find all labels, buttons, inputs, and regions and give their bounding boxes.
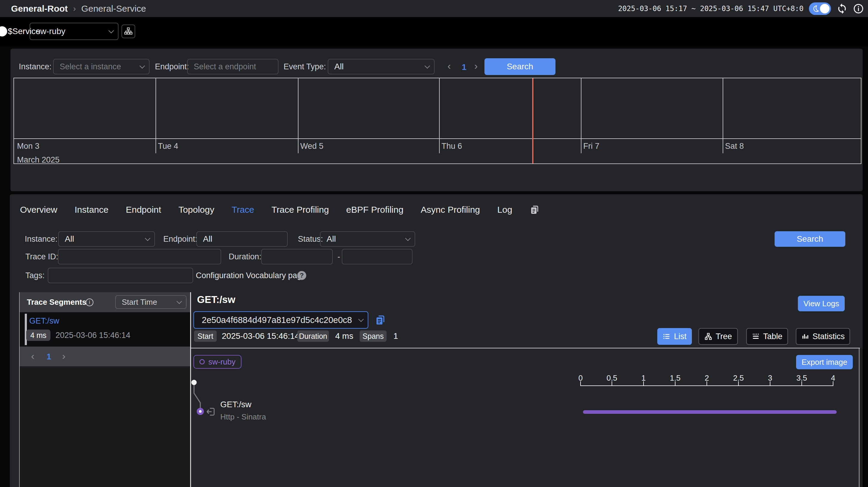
event-next-page-button[interactable]: › (474, 61, 477, 71)
topbar-right: 2025-03-06 15:17 ~ 2025-03-06 15:47 UTC+… (618, 0, 864, 17)
export-image-button[interactable]: Export image (796, 355, 853, 369)
event-timeline-chart[interactable]: Mon 3 Tue 4 Wed 5 Thu 6 Fri 7 Sat 8 Marc… (13, 78, 862, 164)
segments-sort-select[interactable]: Start Time (115, 295, 187, 309)
tab-log[interactable]: Log (497, 205, 512, 215)
span-name[interactable]: GET:/sw (220, 400, 251, 409)
spans-badge: Spans (360, 331, 386, 342)
segments-page-number[interactable]: 1 (46, 352, 51, 362)
timeline-day-label: Thu 6 (441, 142, 462, 151)
axis-tick-label: 0 (571, 373, 590, 383)
event-page-number[interactable]: 1 (462, 62, 467, 72)
span-duration-bar[interactable] (583, 410, 837, 414)
tab-overview[interactable]: Overview (20, 205, 57, 215)
axis-tick-label: 2 (698, 373, 716, 383)
filter-endpoint-input[interactable] (196, 231, 288, 247)
duration-value: 4 ms (335, 331, 353, 342)
copy-pages-icon[interactable] (529, 205, 540, 215)
trace-segment-item[interactable]: GET:/sw 4 ms 2025-03-06 15:46:14 (20, 312, 190, 347)
tab-ebpf-profiling[interactable]: eBPF Profiling (346, 205, 404, 215)
axis-tick-label: 3.5 (793, 373, 811, 383)
tab-instance[interactable]: Instance (74, 205, 108, 215)
timeline-axis-line (14, 138, 861, 139)
breadcrumb: General-Root › General-Service (11, 0, 146, 17)
topology-button[interactable] (122, 25, 135, 38)
breadcrumb-current[interactable]: General-Service (81, 4, 146, 14)
event-prev-page-button[interactable]: ‹ (447, 61, 451, 71)
view-statistics-button[interactable]: Statistics (796, 328, 850, 345)
segment-start-time: 2025-03-06 15:46:14 (56, 331, 130, 340)
timeline-gridline (298, 78, 299, 153)
event-endpoint-input[interactable] (187, 59, 278, 75)
time-range-picker[interactable]: 2025-03-06 15:17 ~ 2025-03-06 15:47 UTC+… (618, 4, 804, 13)
vocabulary-link[interactable]: Configuration Vocabulary page (196, 268, 306, 283)
view-tree-button[interactable]: Tree (699, 328, 738, 345)
segments-info-icon[interactable]: i (86, 298, 93, 306)
timeline-gridline (723, 78, 723, 153)
view-list-button[interactable]: List (657, 328, 692, 345)
trace-segments-header: Trace Segments i Start Time (20, 292, 190, 312)
service-select[interactable]: sw-ruby (30, 23, 119, 40)
breadcrumb-root[interactable]: General-Root (11, 4, 68, 14)
view-list-label: List (674, 332, 686, 341)
view-table-button[interactable]: Table (746, 328, 788, 345)
filter-endpoint-field (196, 231, 288, 247)
tab-trace[interactable]: Trace (231, 205, 254, 215)
filter-duration-min-input[interactable] (261, 249, 333, 264)
filter-trace-id-label: Trace ID: (25, 249, 58, 264)
timeline-gridline (439, 78, 440, 153)
filter-instance-value: All (65, 234, 74, 244)
segments-empty-area (20, 366, 190, 487)
filter-tags-label: Tags: (25, 268, 45, 283)
legend-circle-icon (199, 359, 205, 365)
timeline-day-label: Sat 8 (725, 142, 744, 151)
filter-duration-max-input[interactable] (342, 249, 412, 264)
filter-duration-max-field (342, 249, 412, 264)
filter-duration-min-field (261, 249, 333, 264)
statistics-icon (801, 333, 809, 340)
copy-trace-id-icon[interactable] (375, 314, 386, 326)
timeline-month-label: March 2025 (17, 155, 60, 165)
trace-search-button[interactable]: Search (775, 231, 845, 247)
tab-trace-profiling[interactable]: Trace Profiling (272, 205, 329, 215)
trace-id-select[interactable]: 2e50a4f6884d497a81e97d5c4c20e0c8 (193, 311, 368, 328)
tab-endpoint[interactable]: Endpoint (126, 205, 161, 215)
refresh-icon[interactable] (836, 3, 848, 15)
start-badge: Start (194, 331, 217, 342)
detail-separator (191, 348, 860, 348)
filter-instance-select[interactable]: All (58, 231, 155, 247)
tree-icon (705, 333, 712, 340)
moon-icon (812, 5, 819, 12)
timeline-day-label: Wed 5 (300, 142, 323, 151)
filter-trace-id-input[interactable] (58, 249, 221, 264)
event-search-button[interactable]: Search (485, 58, 556, 75)
segments-prev-page-button[interactable]: ‹ (31, 351, 34, 361)
info-icon[interactable] (853, 3, 864, 14)
event-instance-placeholder: Select a instance (60, 62, 121, 71)
segments-next-page-button[interactable]: › (62, 351, 65, 361)
list-icon (663, 333, 671, 340)
filter-status-label: Status: (298, 231, 323, 247)
question-icon[interactable]: ? (297, 271, 306, 280)
chevron-down-icon (425, 63, 430, 68)
tab-topology[interactable]: Topology (179, 205, 214, 215)
service-legend-chip[interactable]: sw-ruby (193, 355, 242, 369)
event-endpoint-label: Endpoint: (155, 59, 189, 75)
tab-bar: Overview Instance Endpoint Topology Trac… (20, 201, 540, 218)
trace-segments-panel: Trace Segments i Start Time GET:/sw 4 ms… (19, 292, 190, 487)
axis-tick-label: 2.5 (730, 373, 747, 383)
scrollbar-track (860, 348, 863, 487)
event-type-select[interactable]: All (328, 59, 435, 75)
dark-mode-toggle[interactable] (809, 2, 831, 15)
filter-tags-input[interactable] (48, 268, 193, 283)
tab-async-profiling[interactable]: Async Profiling (421, 205, 480, 215)
segment-name[interactable]: GET:/sw (29, 316, 59, 326)
axis-tick-label: 0.5 (603, 373, 621, 383)
axis-tick-label: 1.5 (666, 373, 684, 383)
timeline-day-label: Mon 3 (17, 142, 39, 151)
events-panel: Instance: Select a instance Endpoint: Ev… (10, 49, 863, 191)
breadcrumb-chevron-icon: › (73, 4, 76, 13)
view-logs-button[interactable]: View Logs (798, 296, 845, 311)
duration-badge: Duration (297, 331, 329, 342)
filter-status-select[interactable]: All (320, 231, 415, 247)
event-instance-select[interactable]: Select a instance (53, 59, 150, 75)
